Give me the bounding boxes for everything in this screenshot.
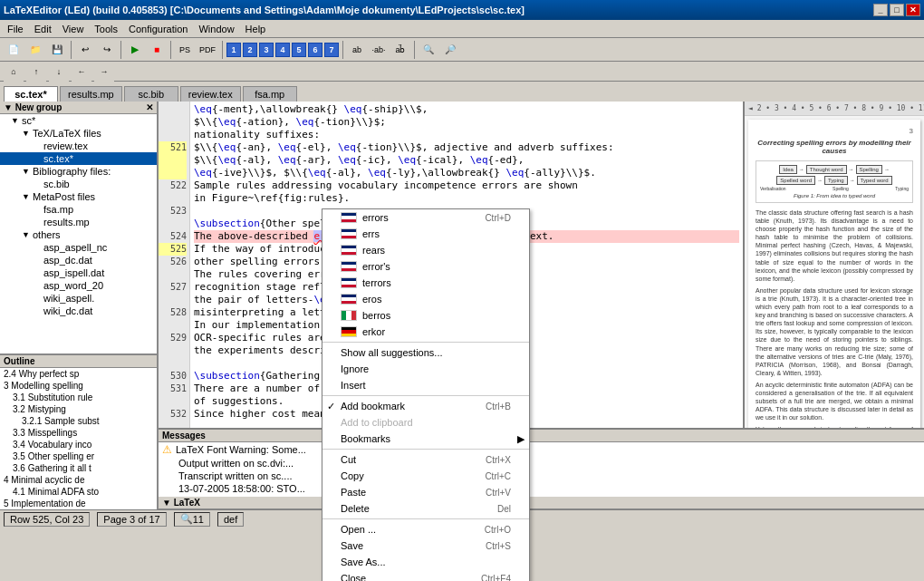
outline-item-5[interactable]: 5 Implementation de bbox=[0, 498, 157, 509]
outline-item-24[interactable]: 2.4 Why perfect sp bbox=[0, 368, 157, 380]
outline-item-32[interactable]: 3.2 Mistyping bbox=[0, 403, 157, 415]
outline-item-3[interactable]: 3 Modelling spelling bbox=[0, 380, 157, 392]
tb2-btn2[interactable]: ↑ bbox=[26, 62, 46, 82]
new-button[interactable]: 📄 bbox=[4, 40, 24, 60]
outline-item-4[interactable]: 4 Minimal acyclic de bbox=[0, 474, 157, 486]
num3-button[interactable]: 3 bbox=[259, 43, 274, 57]
outline-item-33[interactable]: 3.3 Misspellings bbox=[0, 427, 157, 439]
tree-item-fsamp[interactable]: fsa.mp bbox=[0, 203, 157, 216]
tb2-btn1[interactable]: ⌂ bbox=[4, 62, 24, 82]
cm-label-berros: berros bbox=[341, 310, 390, 321]
tree-item-wikiaspell[interactable]: wiki_aspell. bbox=[0, 292, 157, 305]
cm-item-errors[interactable]: errors Ctrl+D bbox=[322, 209, 529, 226]
tb2-btn4[interactable]: ← bbox=[72, 62, 91, 82]
tree-close-icon[interactable]: ✕ bbox=[146, 102, 153, 112]
outline-item-321[interactable]: 3.2.1 Sample subst bbox=[0, 415, 157, 427]
bottom-warning-panel: Messages ⚠ LaTeX Font Warning: Some... O… bbox=[159, 428, 924, 509]
cm-item-berros[interactable]: berros bbox=[322, 307, 529, 324]
open-button[interactable]: 📁 bbox=[25, 40, 45, 60]
cm-item-rears[interactable]: rears bbox=[322, 242, 529, 258]
undo-button[interactable]: ↩ bbox=[75, 40, 95, 60]
tb2-btn3[interactable]: ↓ bbox=[49, 62, 69, 82]
tree-item-mpfiles[interactable]: ▼ MetaPost files bbox=[0, 190, 157, 203]
status-mode: def bbox=[217, 512, 244, 527]
tree-item-resultsmp[interactable]: results.mp bbox=[0, 216, 157, 228]
num1-button[interactable]: 1 bbox=[226, 43, 241, 57]
compile-button[interactable]: ▶ bbox=[125, 40, 145, 60]
cm-item-insert[interactable]: Insert bbox=[322, 377, 529, 393]
tree-item-review[interactable]: review.tex bbox=[0, 140, 157, 152]
outline-item-41[interactable]: 4.1 Minimal ADFA sto bbox=[0, 486, 157, 498]
menu-view[interactable]: View bbox=[57, 22, 90, 36]
cm-shortcut-bookmark: Ctrl+B bbox=[486, 402, 511, 412]
tab-fsamp[interactable]: fsa.mp bbox=[243, 86, 297, 102]
menu-tools[interactable]: Tools bbox=[89, 22, 123, 36]
tree-item-aspword[interactable]: asp_word_20 bbox=[0, 279, 157, 292]
outline-item-31[interactable]: 3.1 Substitution rule bbox=[0, 392, 157, 403]
spell-ab2-button[interactable]: ·ab· bbox=[369, 40, 389, 60]
tree-item-others[interactable]: ▼ others bbox=[0, 228, 157, 241]
num2-button[interactable]: 2 bbox=[243, 43, 257, 57]
zoom-out-button[interactable]: 🔎 bbox=[440, 40, 460, 60]
cm-item-errs[interactable]: errs bbox=[322, 226, 529, 242]
ps-button[interactable]: PS bbox=[175, 40, 195, 60]
tab-sctex[interactable]: sc.tex* bbox=[4, 86, 58, 102]
cm-item-ignore[interactable]: Ignore bbox=[322, 361, 529, 377]
cm-item-add-bookmark[interactable]: ✓ Add bookmark Ctrl+B bbox=[322, 398, 529, 414]
tab-resultsmp[interactable]: results.mp bbox=[60, 86, 122, 102]
tree-item-scbib[interactable]: sc.bib bbox=[0, 178, 157, 190]
stop-button[interactable]: ■ bbox=[147, 40, 167, 60]
close-button[interactable]: ✕ bbox=[906, 4, 920, 16]
redo-button[interactable]: ↪ bbox=[97, 40, 117, 60]
minimize-button[interactable]: _ bbox=[873, 4, 888, 16]
menu-help[interactable]: Help bbox=[240, 22, 272, 36]
tree-item-sctex[interactable]: sc.tex* bbox=[0, 152, 157, 165]
num7-button[interactable]: 7 bbox=[324, 43, 339, 57]
outline-item-35[interactable]: 3.5 Other spelling er bbox=[0, 450, 157, 462]
cm-item-erkor[interactable]: erkor bbox=[322, 324, 529, 340]
cm-label-errs: errs bbox=[341, 228, 380, 239]
menu-configuration[interactable]: Configuration bbox=[123, 22, 193, 36]
pdf-button[interactable]: PDF bbox=[197, 40, 218, 60]
cm-item-paste[interactable]: Paste Ctrl+V bbox=[322, 484, 529, 500]
num6-button[interactable]: 6 bbox=[308, 43, 322, 57]
tab-scbib[interactable]: sc.bib bbox=[124, 86, 178, 102]
tree-item-wikidc[interactable]: wiki_dc.dat bbox=[0, 305, 157, 317]
cm-item-bookmarks[interactable]: Bookmarks ▶ bbox=[322, 431, 529, 447]
spell-ab3-button[interactable]: ab̈ bbox=[390, 40, 410, 60]
maximize-button[interactable]: □ bbox=[890, 4, 904, 16]
cm-item-errors2[interactable]: error's bbox=[322, 258, 529, 275]
outline-item-34[interactable]: 3.4 Vocabulary inco bbox=[0, 439, 157, 450]
tree-item-aspispell[interactable]: asp_ispell.dat bbox=[0, 266, 157, 279]
menu-window[interactable]: Window bbox=[193, 22, 239, 36]
cm-item-cut[interactable]: Cut Ctrl+X bbox=[322, 451, 529, 468]
tree-item-texfiles[interactable]: ▼ TeX/LaTeX files bbox=[0, 127, 157, 140]
save-button[interactable]: 💾 bbox=[47, 40, 67, 60]
spell-ab-button[interactable]: ab bbox=[347, 40, 367, 60]
zoom-in-button[interactable]: 🔍 bbox=[419, 40, 438, 60]
menu-file[interactable]: File bbox=[2, 22, 29, 36]
cm-item-eros[interactable]: eros bbox=[322, 291, 529, 307]
cm-item-open[interactable]: Open ... Ctrl+O bbox=[322, 521, 529, 528]
num5-button[interactable]: 5 bbox=[292, 43, 306, 57]
line-num bbox=[159, 116, 187, 129]
tree-item-aspdc[interactable]: asp_dc.dat bbox=[0, 254, 157, 266]
tree-item-aspaspell[interactable]: asp_aspell_nc bbox=[0, 241, 157, 254]
tree-item-label: TeX/LaTeX files bbox=[33, 128, 101, 139]
cm-item-terrors[interactable]: terrors bbox=[322, 275, 529, 291]
tab-reviewtex[interactable]: review.tex bbox=[180, 86, 241, 102]
tree-item-bibfiles[interactable]: ▼ Bibliography files: bbox=[0, 165, 157, 178]
tb2-btn5[interactable]: → bbox=[94, 62, 114, 82]
num4-button[interactable]: 4 bbox=[275, 43, 290, 57]
outline-item-36[interactable]: 3.6 Gathering it all t bbox=[0, 462, 157, 474]
line-num bbox=[159, 129, 187, 141]
line-num: 524 bbox=[159, 230, 187, 243]
tree-item-sc[interactable]: ▼ sc* bbox=[0, 114, 157, 127]
cm-item-copy[interactable]: Copy Ctrl+C bbox=[322, 468, 529, 484]
line-num: 527 bbox=[159, 281, 187, 294]
menu-edit[interactable]: Edit bbox=[29, 22, 57, 36]
line-num bbox=[159, 192, 187, 205]
cm-item-delete[interactable]: Delete Del bbox=[322, 500, 529, 517]
tree-item-label: wiki_aspell. bbox=[43, 293, 94, 304]
cm-item-show-all[interactable]: Show all suggestions... bbox=[322, 344, 529, 361]
